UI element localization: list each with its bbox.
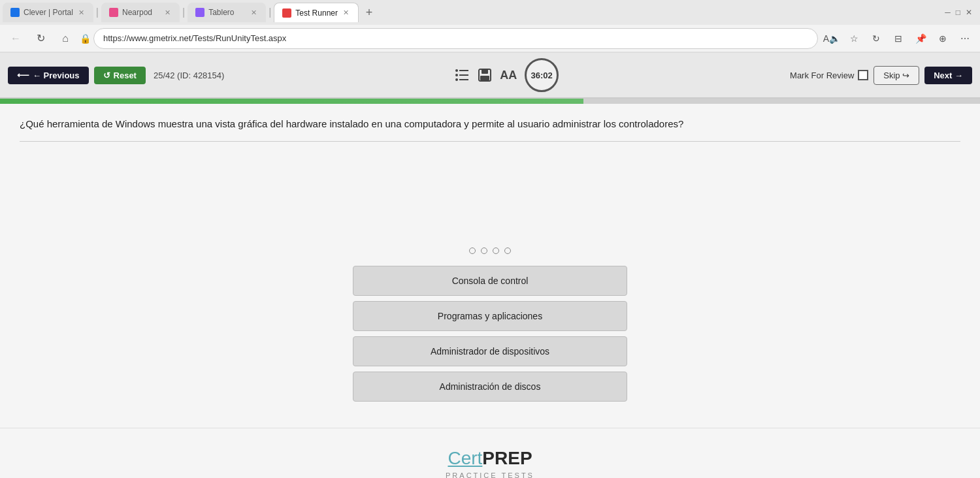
question-section: ¿Qué herramienta de Windows muestra una … <box>0 104 980 234</box>
tab-testrunner-title: Test Runner <box>295 8 338 18</box>
option-a[interactable]: Consola de control <box>353 266 627 296</box>
tab-nearpod-title: Nearpod <box>122 8 159 17</box>
skip-label: Skip ↪ <box>883 71 909 80</box>
favicon-nearpod <box>109 8 118 17</box>
dot-1 <box>469 247 476 254</box>
option-b[interactable]: Programas y aplicaciones <box>353 301 627 331</box>
tab-tablero[interactable]: Tablero ✕ <box>188 3 266 22</box>
reset-button[interactable]: ↺ Reset <box>94 67 146 84</box>
progress-bar-fill <box>0 99 583 104</box>
svg-rect-0 <box>459 70 468 71</box>
next-label: Next → <box>934 71 963 80</box>
tab-separator-3: | <box>267 7 272 18</box>
skip-button[interactable]: Skip ↪ <box>874 66 919 85</box>
test-toolbar: ⟵ ← Previous ↺ Reset 25/42 (ID: 428154) <box>0 53 980 99</box>
previous-label: ← Previous <box>33 71 80 80</box>
font-icon: AA <box>500 69 517 82</box>
new-tab-button[interactable]: + <box>360 3 378 22</box>
refresh-button[interactable]: ↻ <box>30 28 51 49</box>
split-view-btn[interactable]: ⊟ <box>889 29 908 48</box>
lock-icon: 🔒 <box>80 33 91 44</box>
cert-text: Cert <box>448 448 482 468</box>
svg-rect-1 <box>459 74 468 76</box>
save-icon <box>478 68 492 82</box>
home-button[interactable]: ⌂ <box>55 28 76 49</box>
font-size-button[interactable]: AA <box>500 69 517 82</box>
reset-icon: ↺ <box>103 71 110 80</box>
reset-label: Reset <box>114 71 137 80</box>
favicon-testrunner <box>282 8 291 18</box>
dot-4 <box>504 247 511 254</box>
option-c[interactable]: Administrador de dispositivos <box>353 336 627 366</box>
minimize-btn[interactable]: ─ <box>945 8 951 17</box>
question-text: ¿Qué herramienta de Windows muestra una … <box>20 117 960 142</box>
timer-display: 36:02 <box>525 58 559 92</box>
next-button[interactable]: Next → <box>924 67 972 84</box>
tab-separator-2: | <box>181 7 186 18</box>
tab-testrunner[interactable]: Test Runner ✕ <box>274 3 359 22</box>
nav-bar: ← ↻ ⌂ 🔒 A🔈 ☆ ↻ ⊟ 📌 ⊕ ⋯ <box>0 25 980 52</box>
save-icon-button[interactable] <box>478 68 492 82</box>
timer-value: 36:02 <box>531 71 553 80</box>
more-btn[interactable]: ⋯ <box>955 29 975 48</box>
prep-text: PREP <box>482 448 532 468</box>
nav-actions: A🔈 ☆ ↻ ⊟ 📌 ⊕ ⋯ <box>822 29 975 48</box>
svg-point-4 <box>455 74 458 76</box>
back-button[interactable]: ← <box>5 28 26 49</box>
dot-3 <box>493 247 499 254</box>
close-btn[interactable]: ✕ <box>966 8 972 17</box>
tab-testrunner-close[interactable]: ✕ <box>342 7 350 18</box>
list-icon-button[interactable] <box>455 69 470 81</box>
answer-options: Consola de control Programas y aplicacio… <box>353 266 627 402</box>
address-bar[interactable] <box>93 28 818 49</box>
window-controls: ─ □ ✕ <box>945 8 977 17</box>
share-btn[interactable]: ⊕ <box>933 29 953 48</box>
tab-nearpod[interactable]: Nearpod ✕ <box>101 3 180 22</box>
svg-rect-8 <box>480 76 489 80</box>
mark-for-review-checkbox[interactable] <box>858 70 868 80</box>
tab-clever-close[interactable]: ✕ <box>77 7 86 18</box>
list-icon <box>455 69 470 81</box>
read-aloud-btn[interactable]: A🔈 <box>822 29 841 48</box>
svg-rect-7 <box>482 69 488 74</box>
tab-bar: Clever | Portal ✕ | Nearpod ✕ | Tablero … <box>0 0 980 25</box>
favicon-tablero <box>195 8 204 17</box>
svg-point-5 <box>455 78 458 81</box>
mark-for-review-container: Mark For Review <box>790 70 868 80</box>
favorites-btn[interactable]: ☆ <box>844 29 864 48</box>
previous-icon: ⟵ <box>17 71 29 80</box>
answer-area: Consola de control Programas y aplicacio… <box>0 234 980 415</box>
footer: CertPREP PRACTICE TESTS Powered by GMetr… <box>0 428 980 478</box>
refresh-page-btn[interactable]: ↻ <box>866 29 886 48</box>
svg-point-3 <box>455 69 458 72</box>
progress-bar-container <box>0 99 980 104</box>
tab-tablero-close[interactable]: ✕ <box>250 7 258 18</box>
practice-tests-label: PRACTICE TESTS <box>446 471 534 478</box>
certprep-logo: CertPREP <box>448 448 532 469</box>
previous-button[interactable]: ⟵ ← Previous <box>8 67 89 84</box>
toolbar-icons: AA 36:02 <box>455 58 559 92</box>
main-content-area: ¿Qué herramienta de Windows muestra una … <box>0 104 980 478</box>
svg-rect-2 <box>459 79 468 80</box>
tab-separator-1: | <box>95 7 100 18</box>
tab-tablero-title: Tablero <box>208 8 246 17</box>
option-d[interactable]: Administración de discos <box>353 372 627 402</box>
tab-clever[interactable]: Clever | Portal ✕ <box>3 3 93 22</box>
answer-dots <box>469 247 511 254</box>
question-counter: 25/42 (ID: 428154) <box>154 71 224 80</box>
favicon-clever <box>10 8 20 17</box>
tab-clever-title: Clever | Portal <box>24 8 73 17</box>
dot-2 <box>481 247 487 254</box>
maximize-btn[interactable]: □ <box>956 8 960 17</box>
tab-nearpod-close[interactable]: ✕ <box>163 7 172 18</box>
browser-chrome: Clever | Portal ✕ | Nearpod ✕ | Tablero … <box>0 0 980 53</box>
mark-for-review-label: Mark For Review <box>790 71 854 80</box>
pin-btn[interactable]: 📌 <box>911 29 930 48</box>
